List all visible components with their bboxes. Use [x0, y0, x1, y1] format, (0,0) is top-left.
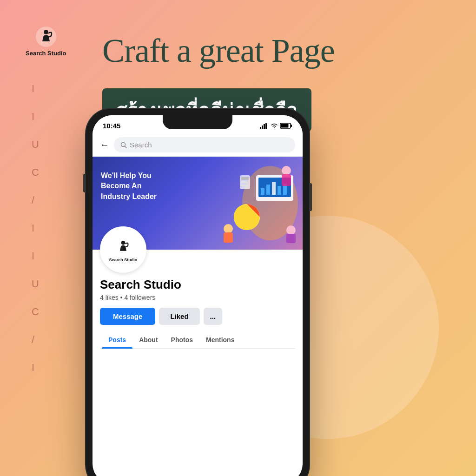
- svg-rect-29: [241, 185, 248, 186]
- wifi-icon: [271, 123, 278, 129]
- phone-outer-shell: 10:45: [86, 109, 309, 476]
- avatar-logo-svg: [113, 237, 133, 257]
- page-tabs: Posts About Photos Mentions: [100, 331, 295, 349]
- signal-icon: [260, 123, 268, 129]
- search-icon: [120, 142, 127, 148]
- cover-tagline-line3: Industry Leader: [101, 192, 157, 200]
- message-button[interactable]: Message: [100, 308, 155, 325]
- brand-logo-icon: [35, 26, 57, 48]
- svg-rect-27: [241, 177, 249, 180]
- tab-posts[interactable]: Posts: [102, 331, 132, 348]
- svg-rect-28: [241, 181, 247, 183]
- phone-screen: 10:45: [93, 115, 303, 476]
- profile-avatar: Search Studio: [100, 226, 146, 273]
- avatar-logo-text: Search Studio: [109, 258, 138, 262]
- svg-point-1: [44, 30, 48, 34]
- svg-rect-16: [272, 182, 276, 195]
- svg-rect-2: [260, 127, 261, 129]
- svg-rect-15: [266, 185, 270, 195]
- search-bar[interactable]: ← Search: [93, 133, 303, 157]
- page-stats: 4 likes • 4 followers: [100, 294, 295, 301]
- profile-section: Search Studio Search Studio 4 likes • 4 …: [93, 226, 303, 349]
- brand-name: Search Studio: [26, 50, 66, 57]
- phone-notch: [163, 115, 232, 129]
- tab-mentions[interactable]: Mentions: [199, 331, 241, 348]
- svg-rect-3: [262, 126, 263, 129]
- main-heading: Craft a great Page: [102, 33, 457, 69]
- cover-tagline-line2: Become An: [101, 182, 141, 190]
- phone-mockup: 10:45: [86, 109, 309, 476]
- search-placeholder: Search: [130, 141, 152, 149]
- svg-line-10: [125, 146, 127, 148]
- avatar-inner: Search Studio: [103, 229, 144, 270]
- cover-tagline-line1: We'll Help You: [101, 172, 152, 179]
- likes-count: 4 likes: [100, 294, 119, 301]
- cover-tagline: We'll Help You Become An Industry Leader: [101, 171, 157, 202]
- page-name: Search Studio: [100, 278, 295, 292]
- svg-rect-7: [291, 125, 292, 127]
- tab-photos[interactable]: Photos: [165, 331, 199, 348]
- svg-rect-21: [282, 174, 291, 186]
- svg-point-20: [282, 166, 291, 175]
- logo-area: Search Studio: [26, 26, 66, 57]
- svg-rect-8: [281, 124, 289, 128]
- followers-count: 4 followers: [124, 294, 155, 301]
- svg-rect-4: [264, 124, 265, 129]
- svg-rect-17: [278, 186, 281, 195]
- liked-button[interactable]: Liked: [159, 308, 199, 325]
- tab-about[interactable]: About: [132, 331, 164, 348]
- svg-rect-14: [261, 188, 264, 195]
- svg-rect-5: [265, 123, 267, 129]
- left-decorations: I I U C / I I U C / I: [32, 84, 39, 373]
- svg-point-31: [121, 241, 126, 245]
- back-arrow-icon[interactable]: ←: [100, 139, 109, 150]
- action-buttons: Message Liked ...: [100, 308, 295, 325]
- background: Search Studio I I U C / I I U C / I Craf…: [0, 0, 476, 476]
- more-button[interactable]: ...: [204, 308, 223, 325]
- status-icons: [260, 123, 292, 129]
- status-time: 10:45: [103, 122, 120, 130]
- battery-icon: [280, 123, 292, 129]
- search-input-mock[interactable]: Search: [114, 137, 295, 152]
